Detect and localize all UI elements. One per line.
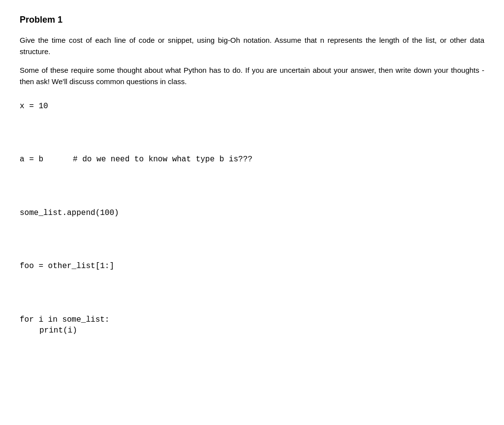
code-comment-a: # do we need to know what type b is??? xyxy=(73,154,252,165)
description-1: Give the time cost of each line of code … xyxy=(20,35,484,57)
description-2: Some of these require some thought about… xyxy=(20,65,484,87)
code-block-x: x = 10 xyxy=(20,101,484,112)
code-line-append: some_list.append(100) xyxy=(20,209,119,217)
code-block-append: some_list.append(100) xyxy=(20,208,484,218)
code-line-for: for i in some_list: xyxy=(20,314,484,325)
code-block-for: for i in some_list: print(i) xyxy=(20,314,484,336)
code-line-print: print(i) xyxy=(39,325,484,336)
code-line-x-assign: x = 10 xyxy=(20,102,48,111)
code-block-a: a = b # do we need to know what type b i… xyxy=(20,154,484,165)
code-line-foo: foo = other_list[1:] xyxy=(20,262,114,271)
code-line-a-assign: a = b # do we need to know what type b i… xyxy=(20,154,484,165)
problem-title: Problem 1 xyxy=(20,15,484,25)
code-text-a: a = b xyxy=(20,154,43,165)
code-block-foo: foo = other_list[1:] xyxy=(20,261,484,272)
